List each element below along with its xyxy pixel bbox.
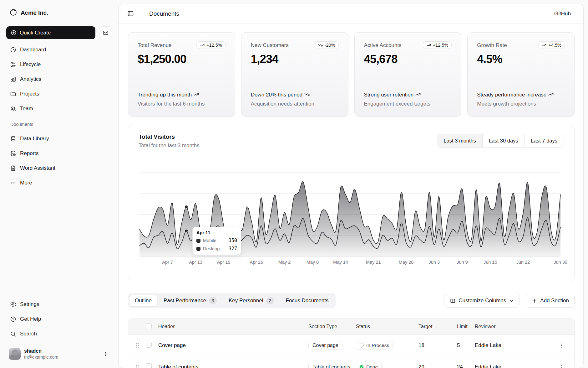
sidebar-item-team[interactable]: Team [6, 102, 112, 115]
user-menu[interactable]: shadcn m@example.com [6, 345, 112, 362]
quick-create-button[interactable]: Quick Create [6, 26, 95, 39]
stat-card-total-revenue: Total Revenue +12.5% $1,250.00 Trending … [128, 32, 235, 117]
column-reviewer: Reviewer [475, 324, 553, 329]
sections-table: Header Section Type Status Target Limit … [128, 319, 575, 368]
drag-handle-icon[interactable] [134, 342, 146, 349]
trending-up-icon [542, 43, 546, 48]
reviewer-cell[interactable]: Eddie Lake [475, 342, 553, 349]
status-badge: Done [356, 363, 382, 368]
sidebar-item-more[interactable]: More [6, 177, 112, 189]
sidebar-item-lifecycle[interactable]: Lifecycle [6, 58, 112, 71]
report-icon [10, 150, 16, 157]
sidebar-item-label: More [20, 180, 32, 186]
svg-text:Apr 19: Apr 19 [217, 260, 231, 265]
select-all-checkbox[interactable] [146, 323, 152, 329]
add-section-button[interactable]: Add Section [526, 294, 575, 308]
sidebar-item-label: Get Help [20, 316, 41, 322]
desktop-swatch [196, 247, 200, 251]
stat-value: 45,678 [364, 53, 452, 66]
sidebar-item-get-help[interactable]: Get Help [6, 313, 112, 325]
visitors-area-chart[interactable]: Apr 7Apr 13Apr 19Apr 26May 2May 8May 14M… [139, 171, 560, 265]
drag-handle-icon[interactable] [134, 364, 146, 368]
chart-tooltip: Apr 11 Mobile 350 Desktop 327 [192, 227, 241, 255]
range-last-7-days[interactable]: Last 7 days [525, 134, 564, 147]
file-word-icon [10, 165, 16, 171]
customize-columns-button[interactable]: Customize Columns [444, 294, 520, 308]
main-panel: Documents GitHub Total Revenue +12.5% $1… [118, 4, 584, 368]
reviewer-cell[interactable]: Eddie Lake [475, 364, 553, 368]
tab-focus-documents[interactable]: Focus Documents [280, 295, 334, 306]
row-header-cell[interactable]: Table of contents [158, 364, 308, 368]
search-icon [10, 331, 16, 337]
limit-cell[interactable]: 5 [457, 342, 475, 349]
trend-badge: +12.5% [423, 41, 452, 49]
row-checkbox[interactable] [146, 363, 152, 368]
svg-text:Jun 3: Jun 3 [428, 260, 439, 265]
tooltip-date: Apr 11 [196, 230, 237, 235]
row-checkbox[interactable] [146, 342, 152, 348]
app-logo-icon [9, 8, 17, 18]
app-root: Acme Inc. Quick Create Dashboard [0, 0, 588, 368]
sidebar-item-projects[interactable]: Projects [6, 88, 112, 100]
tab-past-performance[interactable]: Past Performance 3 [158, 294, 222, 307]
brand[interactable]: Acme Inc. [6, 5, 112, 21]
loader-icon [359, 343, 364, 348]
users-icon [10, 106, 16, 112]
svg-text:May 2: May 2 [278, 260, 291, 265]
gear-icon [10, 301, 16, 308]
sidebar-item-analytics[interactable]: Analytics [6, 73, 112, 86]
sidebar-item-data-library[interactable]: Data Library [6, 132, 112, 145]
github-link[interactable]: GitHub [554, 11, 571, 17]
stat-label: Growth Rate [477, 41, 507, 49]
chart-bar-icon [10, 76, 16, 82]
stat-value: 4.5% [477, 53, 565, 66]
stat-card-growth-rate: Growth Rate +4.5% 4.5% Steady performanc… [467, 32, 575, 117]
trending-up-icon [415, 92, 421, 97]
chevron-down-icon [509, 298, 514, 303]
svg-text:Jun 9: Jun 9 [457, 260, 468, 265]
range-last-30-days[interactable]: Last 30 days [482, 134, 525, 147]
sidebar-item-reports[interactable]: Reports [6, 147, 112, 160]
inbox-button[interactable] [99, 26, 112, 39]
trending-up-icon [200, 43, 205, 48]
stat-footer-title: Trending up this month [138, 91, 226, 98]
sidebar-nav-documents: Data Library Reports Word Assistant More [6, 132, 112, 189]
ellipsis-vertical-icon [559, 343, 564, 348]
svg-text:May 14: May 14 [333, 260, 348, 265]
target-cell[interactable]: 18 [418, 342, 457, 349]
sidebar-section-documents: Documents [10, 122, 112, 127]
sidebar-item-word-assistant[interactable]: Word Assistant [6, 162, 112, 174]
user-kebab-button[interactable] [101, 350, 109, 358]
row-kebab-button[interactable] [557, 341, 565, 350]
trend-badge: +12.5% [196, 41, 226, 49]
svg-text:Jun 15: Jun 15 [484, 260, 497, 265]
trending-up-icon [194, 92, 199, 97]
section-type-badge: Cover page [308, 341, 342, 350]
row-kebab-button[interactable] [557, 363, 565, 368]
plus-circle-icon [11, 30, 17, 36]
sidebar-toggle-button[interactable] [126, 9, 135, 18]
tab-key-personnel[interactable]: Key Personnel 2 [223, 294, 280, 307]
stat-label: New Customers [251, 41, 289, 49]
sidebar-item-label: Search [20, 331, 37, 337]
table-row: Cover page Cover page In Process 18 5 Ed… [128, 334, 574, 356]
target-cell[interactable]: 29 [418, 364, 457, 368]
panel-left-icon [127, 10, 134, 17]
stat-footer-title: Down 20% this period [251, 91, 339, 98]
limit-cell[interactable]: 24 [457, 364, 475, 368]
table-header-row: Header Section Type Status Target Limit … [128, 319, 574, 334]
sidebar-item-search[interactable]: Search [6, 328, 112, 340]
sidebar-item-dashboard[interactable]: Dashboard [6, 44, 112, 56]
range-last-3-months[interactable]: Last 3 months [437, 134, 482, 147]
row-header-cell[interactable]: Cover page [158, 342, 308, 349]
stat-value: 1,234 [251, 53, 339, 66]
ellipsis-vertical-icon [559, 365, 564, 368]
stat-footer-desc: Acquisition needs attention [251, 101, 339, 107]
stat-label: Active Accounts [364, 41, 402, 49]
tab-outline[interactable]: Outline [129, 295, 157, 306]
sidebar-item-settings[interactable]: Settings [6, 298, 112, 311]
trend-badge: -20% [315, 41, 339, 49]
sidebar-item-label: Analytics [20, 76, 41, 82]
trending-down-icon [304, 92, 310, 97]
stat-label: Total Revenue [138, 41, 172, 49]
